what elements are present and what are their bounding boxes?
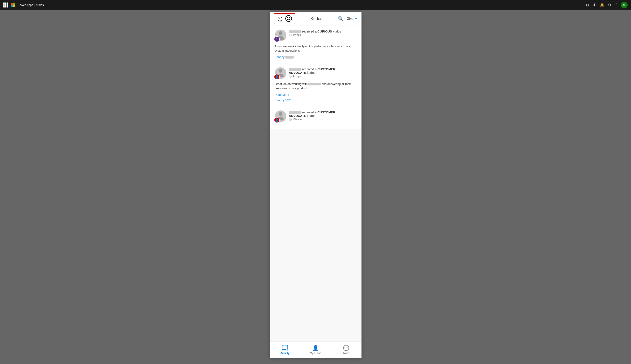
card-header: 🏃 received a CURIOUS kudos 🕐 4m ago [275,30,356,41]
kudos-card-3: 👤 received a CUSTOMERADVOCATE kudos 🕐 [270,106,361,130]
card-time-2: 🕐 4m ago [289,75,356,78]
card-header-3: 👤 received a CUSTOMERADVOCATE kudos 🕐 [275,110,356,122]
microsoft-logo [11,3,15,7]
recipient-name-3 [289,111,301,114]
kudos-card-2: 👤 received a CUSTOMERADVOCATE kudos 🕐 [270,63,361,106]
topbar-left: Power Apps | Kudos [3,2,586,8]
search-button[interactable]: 🔍 [338,16,343,22]
card-header-2: 👤 received a CUSTOMERADVOCATE kudos 🕐 [275,67,356,79]
nav-item-my-kudos[interactable]: 👤 My Kudos [300,342,331,358]
clock-icon-3: 🕐 [289,118,292,121]
emoji-selection-box[interactable]: ☺ ☹ [274,13,295,24]
my-kudos-icon: 👤 [312,345,319,351]
redacted-name-2 [308,83,321,86]
sad-emoji[interactable]: ☹ [285,15,293,22]
user-avatar[interactable]: AH [621,2,628,8]
recipient-avatar-3: 👤 [275,110,286,122]
card-time-1: 🕐 4m ago [289,34,356,36]
header-actions: 🔍 Give + [338,16,357,22]
waffle-icon[interactable] [3,2,8,8]
card-body-2: Great job on working with and answering … [275,82,356,91]
panel-title: Kudos [311,16,322,21]
help-icon[interactable]: ? [615,3,617,7]
sender-name-1 [285,56,294,58]
more-icon [343,345,349,351]
kudos-badge-2: 👤 [274,74,280,80]
happy-emoji[interactable]: ☺ [276,15,284,22]
notification-icon[interactable]: 🔔 [600,3,604,7]
app-title: Power Apps | Kudos [18,3,44,7]
kudos-badge-3: 👤 [274,117,280,123]
recipient-name-2 [289,68,301,71]
card-meta-3: received a CUSTOMERADVOCATE kudos 🕐 18h … [289,110,356,121]
bottom-nav: ⚙ Activity 👤 My Kudos More [270,341,361,358]
topbar-right: ⊡ ⬇ 🔔 ⚙ ? AH [586,2,628,8]
recipient-avatar: 🏃 [275,30,286,41]
main-area: ☺ ☹ Kudos 🔍 Give + 🏃 [0,10,631,364]
card-time-3: 🕐 18h ago [289,118,356,121]
nav-item-more[interactable]: More [331,342,361,358]
card-footer-2: Sent by YYY [275,98,356,102]
kudos-card: 🏃 received a CURIOUS kudos 🕐 4m ago [270,26,361,63]
topbar: Power Apps | Kudos ⊡ ⬇ 🔔 ⚙ ? AH [0,0,631,10]
recipient-name-1 [289,30,301,33]
activity-icon: ⚙ [282,345,288,351]
card-recipient-1: received a CURIOUS kudos [289,30,356,33]
card-footer-1: Sent by [275,56,356,59]
sent-by-1: Sent by [275,56,285,59]
settings-icon[interactable]: ⚙ [608,3,611,7]
give-button[interactable]: Give + [347,16,357,21]
clock-icon-1: 🕐 [289,34,292,36]
panel-header: ☺ ☹ Kudos 🔍 Give + [270,12,361,26]
nav-label-my-kudos: My Kudos [310,352,321,354]
screen-share-icon[interactable]: ⊡ [586,3,589,7]
read-more-2[interactable]: Read More [275,93,356,96]
card-meta-1: received a CURIOUS kudos 🕐 4m ago [289,30,356,36]
nav-item-activity[interactable]: ⚙ Activity [270,342,300,358]
nav-label-activity: Activity [280,352,289,354]
card-recipient-2: received a CUSTOMERADVOCATE kudos [289,67,356,74]
download-icon[interactable]: ⬇ [593,3,596,7]
kudos-badge-1: 🏃 [274,36,280,42]
card-meta-2: received a CUSTOMERADVOCATE kudos 🕐 4m a… [289,67,356,78]
app-panel: ☺ ☹ Kudos 🔍 Give + 🏃 [270,12,361,358]
kudos-feed: 🏃 received a CURIOUS kudos 🕐 4m ago [270,26,361,341]
card-body-1: Awesome work identifying the performance… [275,44,356,53]
clock-icon-2: 🕐 [289,75,292,78]
nav-label-more: More [343,352,349,354]
sent-by-2: Sent by YYY [275,98,291,102]
card-recipient-3: received a CUSTOMERADVOCATE kudos [289,110,356,118]
recipient-avatar-2: 👤 [275,67,286,79]
